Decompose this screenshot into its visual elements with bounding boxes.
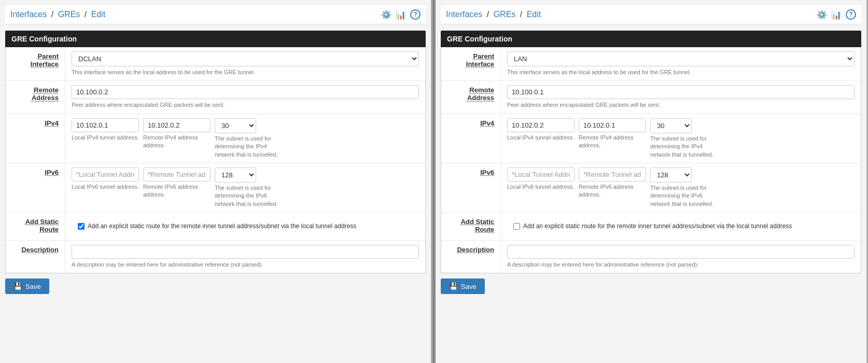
left-ipv4-local-help: Local IPv4 tunnel address.: [72, 134, 139, 142]
right-ipv4-local-group: Local IPv4 tunnel address.: [507, 118, 575, 142]
right-parent-interface-select[interactable]: LAN WAN DCLAN: [507, 51, 855, 66]
left-static-route-field: Add an explicit static route for the rem…: [65, 213, 425, 240]
left-description-row: Description A description may be entered…: [6, 241, 425, 273]
right-ipv4-remote-group: Remote IPv4 address address.: [579, 118, 646, 150]
chart-icon-right[interactable]: 📊: [831, 10, 842, 20]
right-save-label: Save: [461, 283, 477, 290]
left-ipv4-subnet-group: 302428293132 The subnet is used for dete…: [215, 118, 282, 159]
right-ipv4-fields: Local IPv4 tunnel address. Remote IPv4 a…: [507, 118, 855, 159]
left-ipv6-label: IPv6: [6, 163, 65, 212]
left-ipv4-local-input[interactable]: [72, 118, 139, 132]
help-icon-left[interactable]: ?: [410, 9, 421, 20]
left-ipv4-field: Local IPv4 tunnel address. Remote IPv4 a…: [65, 114, 425, 163]
left-ipv4-fields: Local IPv4 tunnel address. Remote IPv4 a…: [72, 118, 419, 159]
right-static-route-label: Add Static Route: [441, 213, 501, 240]
interfaces-link-right[interactable]: Interfaces: [446, 10, 482, 19]
gres-link-right[interactable]: GREs: [494, 10, 516, 19]
right-ipv4-remote-input[interactable]: [579, 118, 646, 132]
sep2-right: /: [520, 10, 522, 19]
right-panel: Interfaces / GREs / Edit ⚙️ 📊 ? GRE Conf…: [436, 0, 868, 363]
left-ipv6-subnet-select[interactable]: 128644832: [215, 167, 256, 183]
right-ipv6-remote-group: Remote IPv6 address address.: [579, 167, 646, 199]
left-remote-address-row: Remote Address Peer address where encaps…: [6, 81, 425, 114]
left-ipv4-remote-help: Remote IPv4 address address.: [143, 134, 211, 150]
right-ipv6-local-help: Local IPv6 tunnel address.: [507, 183, 575, 191]
right-ipv6-remote-input[interactable]: [579, 167, 646, 182]
right-ipv4-local-help: Local IPv4 tunnel address.: [507, 134, 575, 142]
left-description-label: Description: [6, 241, 65, 273]
chart-icon-left[interactable]: 📊: [396, 10, 406, 20]
left-ipv6-local-group: Local IPv6 tunnel address.: [72, 167, 139, 191]
right-description-field: A description may be entered here for ad…: [501, 241, 861, 273]
right-ipv6-remote-help: Remote IPv6 address address.: [579, 183, 646, 199]
right-ipv4-row: IPv4 Local IPv4 tunnel address. Remote I…: [441, 114, 861, 163]
edit-link-left[interactable]: Edit: [91, 10, 106, 19]
left-breadcrumb: Interfaces / GREs / Edit: [10, 10, 105, 19]
left-description-input[interactable]: [72, 245, 419, 259]
right-header-icons: ⚙️ 📊 ?: [817, 9, 856, 20]
left-panel: Interfaces / GREs / Edit ⚙️ 📊 ? GRE Conf…: [0, 0, 432, 363]
right-ipv6-subnet-group: 128644832 The subnet is used for determi…: [650, 167, 718, 208]
right-ipv6-subnet-help: The subnet is used for determining the I…: [650, 184, 718, 208]
left-form: Parent Interface DCLAN LAN WAN This inte…: [5, 47, 426, 273]
right-section-title: GRE Configuration: [441, 31, 861, 47]
left-ipv4-subnet-select[interactable]: 302428293132: [215, 118, 256, 133]
right-remote-address-help: Peer address where encapsulated GRE pack…: [507, 101, 855, 109]
right-remote-address-row: Remote Address Peer address where encaps…: [441, 81, 861, 114]
right-ipv6-label: IPv6: [441, 163, 501, 212]
right-static-route-checkbox-row: Add an explicit static route for the rem…: [507, 217, 855, 236]
left-ipv6-fields: Local IPv6 tunnel address. Remote IPv6 a…: [72, 167, 419, 208]
right-ipv4-subnet-help: The subnet is used for determining the I…: [650, 135, 718, 159]
left-ipv4-subnet-help: The subnet is used for determining the I…: [215, 135, 282, 159]
left-parent-interface-field: DCLAN LAN WAN This interface serves as t…: [65, 47, 425, 80]
right-ipv4-subnet-group: 302428293132 The subnet is used for dete…: [650, 118, 718, 159]
sep2-left: /: [85, 10, 87, 19]
right-form: Parent Interface LAN WAN DCLAN This inte…: [441, 47, 861, 273]
right-ipv6-field: Local IPv6 tunnel address. Remote IPv6 a…: [501, 163, 861, 212]
left-ipv6-remote-group: Remote IPv6 address address.: [143, 167, 211, 199]
left-parent-interface-label: Parent Interface: [6, 47, 65, 80]
right-remote-address-input[interactable]: [507, 85, 855, 99]
settings-icon-left[interactable]: ⚙️: [381, 10, 391, 20]
right-ipv4-field: Local IPv4 tunnel address. Remote IPv4 a…: [501, 114, 861, 163]
right-header: Interfaces / GREs / Edit ⚙️ 📊 ?: [441, 5, 861, 24]
left-section-title: GRE Configuration: [5, 31, 426, 47]
help-icon-right[interactable]: ?: [846, 9, 856, 20]
left-parent-interface-select[interactable]: DCLAN LAN WAN: [72, 51, 419, 66]
left-save-button[interactable]: 💾 Save: [5, 278, 49, 294]
left-header-icons: ⚙️ 📊 ?: [381, 9, 421, 20]
right-save-button[interactable]: 💾 Save: [441, 278, 485, 294]
left-parent-interface-row: Parent Interface DCLAN LAN WAN This inte…: [6, 47, 425, 81]
interfaces-link-left[interactable]: Interfaces: [10, 10, 47, 19]
right-ipv4-local-input[interactable]: [507, 118, 575, 132]
left-header: Interfaces / GREs / Edit ⚙️ 📊 ?: [5, 5, 426, 24]
left-ipv6-remote-input[interactable]: [143, 167, 211, 182]
right-breadcrumb: Interfaces / GREs / Edit: [446, 10, 541, 19]
left-static-route-checkbox-row: Add an explicit static route for the rem…: [72, 217, 419, 236]
left-description-help: A description may be entered here for ad…: [72, 261, 419, 269]
left-static-route-text: Add an explicit static route for the rem…: [88, 222, 356, 231]
right-description-input[interactable]: [507, 245, 855, 259]
left-ipv6-row: IPv6 Local IPv6 tunnel address. Remote I…: [6, 163, 425, 213]
gres-link-left[interactable]: GREs: [58, 10, 80, 19]
right-ipv6-row: IPv6 Local IPv6 tunnel address. Remote I…: [441, 163, 861, 213]
left-remote-address-input[interactable]: [72, 85, 419, 99]
right-description-row: Description A description may be entered…: [441, 241, 861, 273]
right-parent-interface-label: Parent Interface: [441, 47, 501, 80]
right-ipv6-fields: Local IPv6 tunnel address. Remote IPv6 a…: [507, 167, 855, 208]
left-ipv6-field: Local IPv6 tunnel address. Remote IPv6 a…: [65, 163, 425, 212]
left-ipv6-local-input[interactable]: [72, 167, 139, 182]
right-description-help: A description may be entered here for ad…: [507, 261, 855, 269]
right-ipv6-local-input[interactable]: [507, 167, 575, 182]
left-ipv4-remote-input[interactable]: [143, 118, 211, 132]
settings-icon-right[interactable]: ⚙️: [817, 10, 827, 20]
right-ipv4-remote-help: Remote IPv4 address address.: [579, 134, 646, 150]
left-static-route-row: Add Static Route Add an explicit static …: [6, 213, 425, 241]
right-ipv4-subnet-select[interactable]: 302428293132: [650, 118, 692, 133]
edit-link-right[interactable]: Edit: [527, 10, 541, 19]
right-static-route-checkbox[interactable]: [513, 223, 520, 230]
left-ipv6-local-help: Local IPv6 tunnel address.: [72, 183, 139, 191]
right-ipv6-subnet-select[interactable]: 128644832: [650, 167, 692, 183]
right-remote-address-field: Peer address where encapsulated GRE pack…: [501, 81, 861, 113]
left-static-route-checkbox[interactable]: [78, 223, 85, 230]
